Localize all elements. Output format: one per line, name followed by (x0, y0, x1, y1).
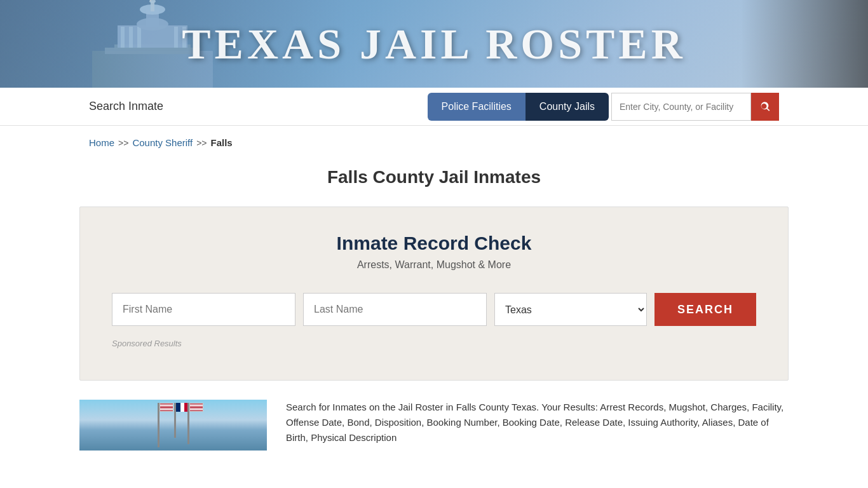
search-inmate-label: Search Inmate (89, 100, 428, 113)
us-flag-icon-2 (189, 403, 203, 412)
search-submit-button[interactable]: SEARCH (654, 293, 756, 326)
record-check-subtitle: Arrests, Warrant, Mugshot & More (112, 259, 756, 271)
facility-search-input[interactable] (611, 93, 751, 121)
flag-pole-2 (174, 403, 176, 438)
keys-decoration (741, 0, 868, 88)
search-icon (759, 100, 771, 113)
first-name-input[interactable] (112, 293, 295, 326)
nav-buttons: Police Facilities County Jails (428, 93, 779, 121)
search-form-row: AlabamaAlaskaArizonaArkansasCaliforniaCo… (112, 293, 756, 326)
breadcrumb: Home >> County Sheriff >> Falls (0, 126, 868, 154)
breadcrumb-current: Falls (211, 137, 233, 148)
page-title: Falls County Jail Inmates (0, 167, 868, 187)
breadcrumb-sep-2: >> (196, 138, 207, 148)
page-title-section: Falls County Jail Inmates (0, 154, 868, 207)
facility-search-button[interactable] (751, 93, 779, 121)
state-select[interactable]: AlabamaAlaskaArizonaArkansasCaliforniaCo… (494, 293, 647, 326)
header-banner: Texas Jail Roster (0, 0, 868, 88)
navbar: Search Inmate Police Facilities County J… (0, 88, 868, 126)
texas-flag-icon (176, 403, 189, 412)
bottom-section: Search for Inmates on the Jail Roster in… (79, 400, 789, 451)
facility-search-wrapper (611, 93, 779, 121)
record-check-box: Inmate Record Check Arrests, Warrant, Mu… (79, 207, 789, 381)
bottom-image (79, 400, 267, 451)
svg-rect-7 (174, 27, 178, 48)
svg-rect-6 (137, 27, 141, 48)
flag-pole-1 (158, 403, 159, 447)
banner-title: Texas Jail Roster (182, 19, 686, 69)
police-facilities-button[interactable]: Police Facilities (428, 93, 526, 121)
bottom-description: Search for Inmates on the Jail Roster in… (286, 400, 789, 445)
breadcrumb-home[interactable]: Home (89, 137, 114, 148)
breadcrumb-sep-1: >> (118, 138, 128, 148)
svg-rect-4 (121, 27, 125, 48)
last-name-input[interactable] (303, 293, 487, 326)
svg-rect-5 (129, 27, 133, 48)
flag-pole-3 (187, 403, 189, 444)
county-jails-button[interactable]: County Jails (526, 93, 609, 121)
us-flag-icon (159, 403, 173, 412)
sponsored-results: Sponsored Results (112, 339, 756, 348)
breadcrumb-county-sheriff[interactable]: County Sheriff (132, 137, 193, 148)
record-check-title: Inmate Record Check (112, 233, 756, 254)
